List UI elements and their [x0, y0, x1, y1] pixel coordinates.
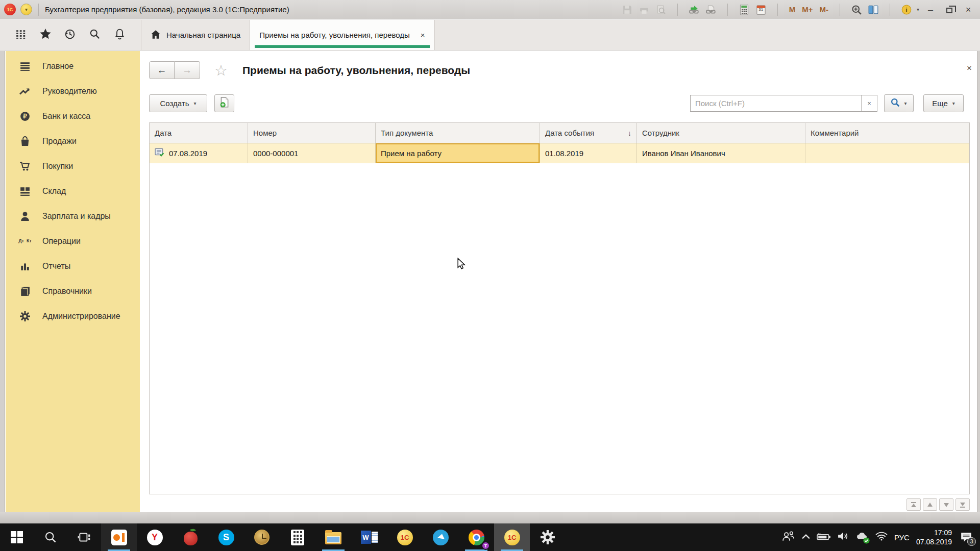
more-button[interactable]: Еще ▾ — [923, 94, 964, 112]
favorite-star-icon[interactable]: ☆ — [214, 62, 228, 79]
sidebar-label: Банк и касса — [42, 112, 90, 121]
clock-app-icon — [254, 530, 270, 545]
forward-button[interactable]: → — [175, 61, 200, 79]
taskbar-chrome[interactable]: T — [458, 523, 494, 551]
menu-lines-icon — [19, 61, 31, 72]
column-header-event-date[interactable]: Дата события ↓ — [540, 123, 637, 143]
go-down-button[interactable] — [939, 498, 953, 511]
taskbar-clock-app[interactable] — [244, 523, 280, 551]
memory-m-button[interactable]: M — [788, 5, 797, 14]
memory-mplus-button[interactable]: M+ — [800, 5, 814, 14]
taskbar-1c-active[interactable]: 1С — [494, 523, 530, 551]
action-center-button[interactable]: 3 — [959, 530, 974, 545]
close-window-button[interactable]: × — [961, 3, 976, 16]
table-row[interactable]: 07.08.2019 0000-000001 Прием на работу 0… — [150, 143, 969, 163]
more-button-label: Еще — [932, 99, 948, 108]
calendar-icon[interactable]: 31 — [754, 4, 768, 16]
column-header-employee[interactable]: Сотрудник — [637, 123, 805, 143]
get-link-icon[interactable] — [704, 4, 718, 16]
go-last-button[interactable] — [955, 498, 970, 511]
taskbar-word[interactable]: W — [351, 523, 387, 551]
language-indicator[interactable]: РУС — [894, 533, 910, 542]
create-button[interactable]: Создать ▾ — [149, 94, 207, 112]
cell-doctype-selected[interactable]: Прием на работу — [376, 143, 540, 163]
volume-icon[interactable] — [838, 532, 849, 543]
taskbar-search-button[interactable] — [34, 523, 67, 551]
tray-date: 07.08.2019 — [916, 537, 952, 546]
go-first-button[interactable] — [906, 498, 921, 511]
onedrive-synced-icon[interactable] — [855, 532, 869, 543]
page-close-button[interactable]: × — [967, 63, 972, 73]
taskbar-recorder-app[interactable] — [101, 523, 137, 551]
column-header-comment[interactable]: Комментарий — [805, 123, 969, 143]
sidebar-item-reports[interactable]: Отчеты — [6, 254, 140, 279]
restore-icon — [946, 8, 952, 13]
svg-text:i: i — [905, 7, 907, 14]
sidebar-item-sales[interactable]: Продажи — [6, 129, 140, 154]
print-icon[interactable] — [638, 4, 651, 16]
taskbar-1c-shortcut[interactable]: 1С — [387, 523, 423, 551]
sidebar-item-administration[interactable]: Администрирование — [6, 304, 140, 329]
search-input[interactable] — [691, 95, 861, 111]
history-icon[interactable] — [64, 29, 76, 42]
zoom-icon[interactable] — [850, 4, 863, 16]
wifi-icon[interactable] — [875, 532, 888, 543]
cell-employee[interactable]: Иванов Иван Иванович — [637, 143, 805, 163]
sidebar-item-main[interactable]: Главное — [6, 54, 140, 79]
taskbar-settings[interactable] — [530, 523, 566, 551]
tray-expand-chevron-icon[interactable] — [802, 533, 810, 542]
notifications-bell-icon[interactable] — [114, 29, 125, 42]
taskbar-telegram[interactable] — [423, 523, 458, 551]
sidebar-item-salary-hr[interactable]: Зарплата и кадры — [6, 204, 140, 229]
taskbar-file-explorer[interactable] — [315, 523, 351, 551]
go-up-button[interactable] — [923, 498, 937, 511]
restore-button[interactable] — [942, 3, 957, 16]
cell-date[interactable]: 07.08.2019 — [150, 143, 248, 163]
cell-event-date[interactable]: 01.08.2019 — [540, 143, 637, 163]
sidebar-item-directories[interactable]: Справочники — [6, 279, 140, 304]
info-icon[interactable]: i — [900, 4, 913, 16]
trend-up-icon — [19, 86, 31, 97]
clock-datetime[interactable]: 17:09 07.08.2019 — [916, 528, 952, 546]
tab-close-icon[interactable]: × — [421, 31, 425, 39]
search-icon[interactable] — [89, 29, 101, 42]
sidebar-item-warehouse[interactable]: Склад — [6, 179, 140, 204]
print-preview-icon[interactable] — [654, 4, 668, 16]
word-page-glyph — [372, 532, 378, 543]
start-button[interactable] — [0, 523, 34, 551]
back-button[interactable]: ← — [149, 61, 175, 79]
sidebar-item-purchases[interactable]: Покупки — [6, 154, 140, 179]
minimize-button[interactable]: – — [923, 3, 938, 16]
tab-home[interactable]: Начальная страница — [141, 20, 250, 50]
task-view-button[interactable] — [67, 523, 101, 551]
1c-app-icon: 1С — [397, 530, 413, 545]
taskbar-skype[interactable]: S — [208, 523, 244, 551]
save-icon[interactable] — [621, 4, 634, 16]
goto-link-icon[interactable] — [688, 4, 701, 16]
tab-active-hirings[interactable]: Приемы на работу, увольнения, переводы × — [250, 20, 434, 50]
column-header-number[interactable]: Номер — [248, 123, 376, 143]
taskbar-yandex-browser[interactable]: Y — [137, 523, 173, 551]
apps-grid-icon[interactable] — [16, 30, 26, 41]
memory-mminus-button[interactable]: M- — [818, 5, 830, 14]
paper-plane-glyph — [437, 534, 445, 542]
column-header-date[interactable]: Дата — [150, 123, 248, 143]
split-window-icon[interactable] — [867, 4, 880, 16]
create-by-copy-button[interactable] — [214, 94, 234, 112]
cell-number[interactable]: 0000-000001 — [248, 143, 376, 163]
main-menu-button[interactable]: ▾ — [20, 4, 32, 15]
search-clear-button[interactable]: × — [861, 95, 877, 111]
calculator-icon[interactable] — [738, 4, 751, 16]
taskbar-calculator[interactable] — [280, 523, 315, 551]
people-icon[interactable] — [782, 531, 795, 544]
sidebar-item-manager[interactable]: Руководителю — [6, 79, 140, 104]
battery-icon[interactable] — [817, 532, 831, 542]
favorites-star-icon[interactable] — [40, 29, 51, 41]
more-info-caret-icon[interactable]: ▾ — [917, 7, 919, 12]
sidebar-item-bank-cash[interactable]: ₽ Банк и касса — [6, 104, 140, 129]
sidebar-item-operations[interactable]: Дт Кт Операции — [6, 229, 140, 254]
cell-comment[interactable] — [805, 143, 969, 163]
find-button[interactable]: ▾ — [884, 94, 914, 112]
column-header-doctype[interactable]: Тип документа — [376, 123, 540, 143]
taskbar-apple-app[interactable] — [173, 523, 208, 551]
